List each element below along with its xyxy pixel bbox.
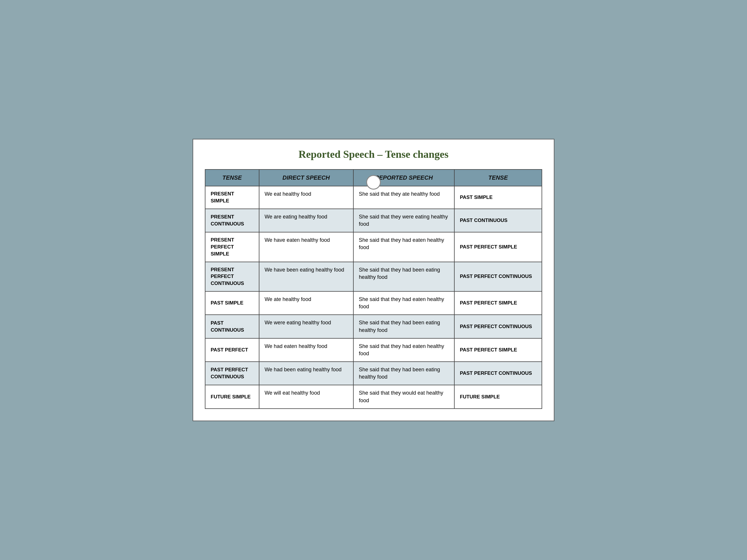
cell-tense-left: PRESENT CONTINUOUS	[205, 209, 259, 232]
table-row: PAST PERFECT CONTINUOUSWe had been eatin…	[205, 362, 542, 385]
cell-direct-speech: We are eating healthy food	[259, 209, 353, 232]
table-row: PAST PERFECTWe had eaten healthy foodShe…	[205, 338, 542, 362]
tense-table: TENSE DIRECT SPEECH REPORTED SPEECH TENS…	[205, 169, 542, 409]
cell-direct-speech: We were eating healthy food	[259, 315, 353, 338]
cell-direct-speech: We ate healthy food	[259, 291, 353, 315]
cell-direct-speech: We have been eating healthy food	[259, 262, 353, 291]
slide-title: Reported Speech – Tense changes	[205, 148, 542, 160]
cell-reported-speech: She said that they were eating healthy f…	[353, 209, 454, 232]
cell-reported-speech: She said that they had been eating healt…	[353, 262, 454, 291]
cell-tense-right: PAST PERFECT SIMPLE	[454, 232, 542, 262]
cell-direct-speech: We had been eating healthy food	[259, 362, 353, 385]
cell-tense-left: FUTURE SIMPLE	[205, 385, 259, 408]
header-tense-left: TENSE	[205, 169, 259, 186]
cell-reported-speech: She said that they had been eating healt…	[353, 315, 454, 338]
cell-tense-right: PAST PERFECT CONTINUOUS	[454, 362, 542, 385]
cell-reported-speech: She said that they had eaten healthy foo…	[353, 232, 454, 262]
header-direct-speech: DIRECT SPEECH	[259, 169, 353, 186]
cell-tense-right: PAST PERFECT SIMPLE	[454, 291, 542, 315]
cell-tense-right: PAST CONTINUOUS	[454, 209, 542, 232]
cell-direct-speech: We had eaten healthy food	[259, 338, 353, 362]
cell-tense-left: PAST PERFECT CONTINUOUS	[205, 362, 259, 385]
circle-decoration	[366, 175, 381, 190]
table-row: PAST CONTINUOUSWe were eating healthy fo…	[205, 315, 542, 338]
cell-tense-right: PAST PERFECT SIMPLE	[454, 338, 542, 362]
cell-reported-speech: She said that they had been eating healt…	[353, 362, 454, 385]
cell-tense-left: PRESENT PERFECT CONTINUOUS	[205, 262, 259, 291]
table-row: FUTURE SIMPLEWe will eat healthy foodShe…	[205, 385, 542, 408]
cell-reported-speech: She said that they would eat healthy foo…	[353, 385, 454, 408]
cell-direct-speech: We eat healthy food	[259, 186, 353, 209]
cell-reported-speech: She said that they had eaten healthy foo…	[353, 291, 454, 315]
slide-container: Reported Speech – Tense changes TENSE DI…	[192, 139, 555, 421]
cell-direct-speech: We have eaten healthy food	[259, 232, 353, 262]
cell-tense-left: PAST SIMPLE	[205, 291, 259, 315]
cell-tense-left: PRESENT PERFECT SIMPLE	[205, 232, 259, 262]
cell-tense-right: PAST SIMPLE	[454, 186, 542, 209]
table-row: PRESENT PERFECT CONTINUOUSWe have been e…	[205, 262, 542, 291]
table-row: PAST SIMPLEWe ate healthy foodShe said t…	[205, 291, 542, 315]
cell-tense-left: PAST CONTINUOUS	[205, 315, 259, 338]
table-row: PRESENT PERFECT SIMPLEWe have eaten heal…	[205, 232, 542, 262]
cell-tense-left: PRESENT SIMPLE	[205, 186, 259, 209]
cell-tense-right: PAST PERFECT CONTINUOUS	[454, 315, 542, 338]
cell-reported-speech: She said that they had eaten healthy foo…	[353, 338, 454, 362]
table-row: PRESENT CONTINUOUSWe are eating healthy …	[205, 209, 542, 232]
table-body: PRESENT SIMPLEWe eat healthy foodShe sai…	[205, 186, 542, 409]
cell-tense-right: FUTURE SIMPLE	[454, 385, 542, 408]
table-wrapper: TENSE DIRECT SPEECH REPORTED SPEECH TENS…	[205, 169, 542, 409]
cell-tense-left: PAST PERFECT	[205, 338, 259, 362]
cell-tense-right: PAST PERFECT CONTINUOUS	[454, 262, 542, 291]
header-tense-right: TENSE	[454, 169, 542, 186]
cell-direct-speech: We will eat healthy food	[259, 385, 353, 408]
cell-reported-speech: She said that they ate healthy food	[353, 186, 454, 209]
